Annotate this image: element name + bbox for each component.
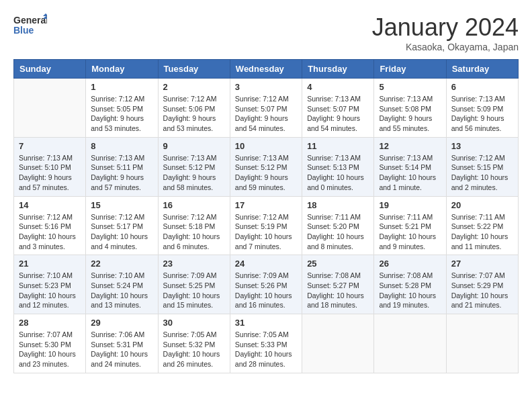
svg-text:General: General xyxy=(13,15,47,26)
weekday-wednesday: Wednesday xyxy=(230,60,302,79)
day-info: Sunrise: 7:13 AM Sunset: 5:13 PM Dayligh… xyxy=(307,153,369,193)
day-info: Sunrise: 7:06 AM Sunset: 5:31 PM Dayligh… xyxy=(91,330,152,369)
day-number: 8 xyxy=(91,141,152,151)
day-info: Sunrise: 7:13 AM Sunset: 5:10 PM Dayligh… xyxy=(19,153,81,193)
calendar-cell: 7Sunrise: 7:13 AM Sunset: 5:10 PM Daylig… xyxy=(14,137,86,196)
calendar-table: SundayMondayTuesdayWednesdayThursdayFrid… xyxy=(13,59,519,373)
day-info: Sunrise: 7:13 AM Sunset: 5:12 PM Dayligh… xyxy=(163,153,225,193)
day-info: Sunrise: 7:13 AM Sunset: 5:08 PM Dayligh… xyxy=(379,94,441,134)
weekday-sunday: Sunday xyxy=(14,60,86,79)
day-number: 15 xyxy=(91,200,152,210)
location: Kasaoka, Okayama, Japan xyxy=(372,42,519,52)
day-number: 26 xyxy=(379,259,441,269)
day-info: Sunrise: 7:12 AM Sunset: 5:07 PM Dayligh… xyxy=(235,94,297,134)
calendar-cell: 11Sunrise: 7:13 AM Sunset: 5:13 PM Dayli… xyxy=(302,137,374,196)
calendar-cell: 26Sunrise: 7:08 AM Sunset: 5:28 PM Dayli… xyxy=(374,255,446,314)
calendar-cell: 19Sunrise: 7:11 AM Sunset: 5:21 PM Dayli… xyxy=(374,196,446,255)
calendar-cell: 8Sunrise: 7:13 AM Sunset: 5:11 PM Daylig… xyxy=(86,137,158,196)
day-number: 28 xyxy=(19,318,81,328)
day-number: 12 xyxy=(379,141,441,151)
day-info: Sunrise: 7:09 AM Sunset: 5:26 PM Dayligh… xyxy=(235,271,297,310)
calendar-cell xyxy=(446,314,518,373)
day-number: 5 xyxy=(379,82,441,92)
calendar-cell: 28Sunrise: 7:07 AM Sunset: 5:30 PM Dayli… xyxy=(14,314,86,373)
logo-svg: General Blue xyxy=(13,13,47,38)
calendar-week-row: 21Sunrise: 7:10 AM Sunset: 5:23 PM Dayli… xyxy=(14,255,519,314)
calendar-cell: 17Sunrise: 7:12 AM Sunset: 5:19 PM Dayli… xyxy=(230,196,302,255)
day-info: Sunrise: 7:05 AM Sunset: 5:32 PM Dayligh… xyxy=(163,330,225,369)
calendar-cell: 29Sunrise: 7:06 AM Sunset: 5:31 PM Dayli… xyxy=(86,314,158,373)
calendar-cell: 24Sunrise: 7:09 AM Sunset: 5:26 PM Dayli… xyxy=(230,255,302,314)
calendar-cell: 16Sunrise: 7:12 AM Sunset: 5:18 PM Dayli… xyxy=(158,196,230,255)
calendar-cell: 27Sunrise: 7:07 AM Sunset: 5:29 PM Dayli… xyxy=(446,255,518,314)
calendar-cell: 25Sunrise: 7:08 AM Sunset: 5:27 PM Dayli… xyxy=(302,255,374,314)
day-number: 3 xyxy=(235,82,297,92)
day-info: Sunrise: 7:12 AM Sunset: 5:06 PM Dayligh… xyxy=(163,94,225,134)
day-number: 30 xyxy=(163,318,225,328)
day-number: 27 xyxy=(451,259,513,269)
calendar-cell: 14Sunrise: 7:12 AM Sunset: 5:16 PM Dayli… xyxy=(14,196,86,255)
day-info: Sunrise: 7:12 AM Sunset: 5:15 PM Dayligh… xyxy=(451,153,513,193)
calendar-cell xyxy=(302,314,374,373)
day-info: Sunrise: 7:12 AM Sunset: 5:18 PM Dayligh… xyxy=(163,212,225,252)
day-info: Sunrise: 7:13 AM Sunset: 5:12 PM Dayligh… xyxy=(235,153,297,193)
calendar-cell: 23Sunrise: 7:09 AM Sunset: 5:25 PM Dayli… xyxy=(158,255,230,314)
day-number: 9 xyxy=(163,141,225,151)
day-number: 11 xyxy=(307,141,369,151)
svg-text:Blue: Blue xyxy=(13,25,34,36)
day-info: Sunrise: 7:13 AM Sunset: 5:14 PM Dayligh… xyxy=(379,153,441,193)
day-info: Sunrise: 7:09 AM Sunset: 5:25 PM Dayligh… xyxy=(163,271,225,310)
calendar-cell: 12Sunrise: 7:13 AM Sunset: 5:14 PM Dayli… xyxy=(374,137,446,196)
day-number: 2 xyxy=(163,82,225,92)
calendar-cell: 31Sunrise: 7:05 AM Sunset: 5:33 PM Dayli… xyxy=(230,314,302,373)
day-number: 21 xyxy=(19,259,81,269)
day-info: Sunrise: 7:11 AM Sunset: 5:21 PM Dayligh… xyxy=(379,212,441,252)
day-info: Sunrise: 7:13 AM Sunset: 5:11 PM Dayligh… xyxy=(91,153,152,193)
weekday-thursday: Thursday xyxy=(302,60,374,79)
day-number: 31 xyxy=(235,318,297,328)
calendar-cell xyxy=(374,314,446,373)
day-info: Sunrise: 7:08 AM Sunset: 5:27 PM Dayligh… xyxy=(307,271,369,310)
day-info: Sunrise: 7:11 AM Sunset: 5:20 PM Dayligh… xyxy=(307,212,369,252)
weekday-saturday: Saturday xyxy=(446,60,518,79)
day-number: 10 xyxy=(235,141,297,151)
day-number: 14 xyxy=(19,200,81,210)
calendar-cell: 15Sunrise: 7:12 AM Sunset: 5:17 PM Dayli… xyxy=(86,196,158,255)
calendar-week-row: 7Sunrise: 7:13 AM Sunset: 5:10 PM Daylig… xyxy=(14,137,519,196)
calendar-cell: 18Sunrise: 7:11 AM Sunset: 5:20 PM Dayli… xyxy=(302,196,374,255)
calendar-week-row: 1Sunrise: 7:12 AM Sunset: 5:05 PM Daylig… xyxy=(14,79,519,138)
day-number: 4 xyxy=(307,82,369,92)
calendar-week-row: 14Sunrise: 7:12 AM Sunset: 5:16 PM Dayli… xyxy=(14,196,519,255)
day-info: Sunrise: 7:12 AM Sunset: 5:19 PM Dayligh… xyxy=(235,212,297,252)
calendar-cell: 4Sunrise: 7:13 AM Sunset: 5:07 PM Daylig… xyxy=(302,79,374,138)
weekday-tuesday: Tuesday xyxy=(158,60,230,79)
month-title: January 2024 xyxy=(372,13,519,42)
day-info: Sunrise: 7:11 AM Sunset: 5:22 PM Dayligh… xyxy=(451,212,513,252)
day-number: 20 xyxy=(451,200,513,210)
weekday-monday: Monday xyxy=(86,60,158,79)
day-number: 17 xyxy=(235,200,297,210)
calendar-cell: 1Sunrise: 7:12 AM Sunset: 5:05 PM Daylig… xyxy=(86,79,158,138)
calendar-cell: 22Sunrise: 7:10 AM Sunset: 5:24 PM Dayli… xyxy=(86,255,158,314)
day-number: 24 xyxy=(235,259,297,269)
day-info: Sunrise: 7:12 AM Sunset: 5:17 PM Dayligh… xyxy=(91,212,152,252)
day-number: 18 xyxy=(307,200,369,210)
day-number: 25 xyxy=(307,259,369,269)
calendar-cell: 21Sunrise: 7:10 AM Sunset: 5:23 PM Dayli… xyxy=(14,255,86,314)
weekday-friday: Friday xyxy=(374,60,446,79)
day-number: 23 xyxy=(163,259,225,269)
day-number: 19 xyxy=(379,200,441,210)
calendar-cell: 2Sunrise: 7:12 AM Sunset: 5:06 PM Daylig… xyxy=(158,79,230,138)
day-info: Sunrise: 7:07 AM Sunset: 5:30 PM Dayligh… xyxy=(19,330,81,369)
day-number: 29 xyxy=(91,318,152,328)
calendar-cell: 6Sunrise: 7:13 AM Sunset: 5:09 PM Daylig… xyxy=(446,79,518,138)
calendar-cell: 20Sunrise: 7:11 AM Sunset: 5:22 PM Dayli… xyxy=(446,196,518,255)
day-number: 13 xyxy=(451,141,513,151)
day-info: Sunrise: 7:12 AM Sunset: 5:05 PM Dayligh… xyxy=(91,94,152,134)
day-number: 1 xyxy=(91,82,152,92)
day-info: Sunrise: 7:08 AM Sunset: 5:28 PM Dayligh… xyxy=(379,271,441,310)
calendar-cell: 10Sunrise: 7:13 AM Sunset: 5:12 PM Dayli… xyxy=(230,137,302,196)
calendar-cell: 5Sunrise: 7:13 AM Sunset: 5:08 PM Daylig… xyxy=(374,79,446,138)
calendar-cell: 13Sunrise: 7:12 AM Sunset: 5:15 PM Dayli… xyxy=(446,137,518,196)
calendar-cell xyxy=(14,79,86,138)
